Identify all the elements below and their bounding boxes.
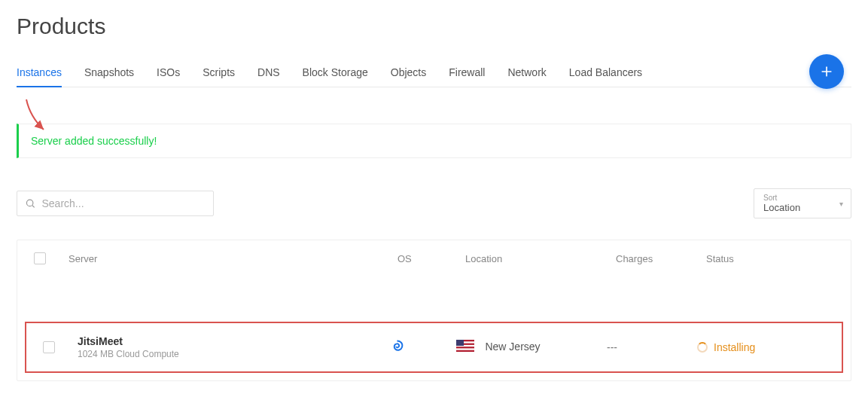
svg-line-3	[32, 206, 35, 208]
filter-row: Sort Location ▾	[17, 188, 851, 218]
svg-rect-7	[456, 347, 474, 348]
cell-location: New Jersey	[450, 340, 601, 355]
tab-dns[interactable]: DNS	[257, 59, 280, 87]
header-location: Location	[459, 253, 610, 264]
svg-point-2	[26, 200, 32, 206]
cell-os	[382, 337, 450, 357]
status-text: Installing	[714, 341, 755, 353]
table-row[interactable]: JitsiMeet 1024 MB Cloud Compute New Jers…	[25, 322, 843, 373]
location-text: New Jersey	[485, 341, 540, 353]
success-alert: Server added successfully!	[17, 124, 851, 158]
svg-rect-8	[456, 350, 474, 352]
row-checkbox[interactable]	[43, 341, 55, 353]
search-input[interactable]	[42, 197, 206, 209]
header-os: OS	[391, 253, 459, 264]
annotation-arrow-icon	[23, 98, 53, 136]
tab-load-balancers[interactable]: Load Balancers	[569, 59, 642, 87]
select-all-checkbox[interactable]	[34, 252, 46, 264]
header-status: Status	[700, 253, 851, 264]
tab-instances[interactable]: Instances	[17, 59, 62, 87]
svg-rect-9	[456, 340, 464, 346]
tabs: Instances Snapshots ISOs Scripts DNS Blo…	[17, 59, 642, 87]
chevron-down-icon: ▾	[839, 200, 843, 208]
cell-status: Installing	[691, 341, 842, 353]
tab-scripts[interactable]: Scripts	[203, 59, 235, 87]
tabs-row: Instances Snapshots ISOs Scripts DNS Blo…	[17, 59, 851, 87]
tab-snapshots[interactable]: Snapshots	[84, 59, 134, 87]
spinner-icon	[697, 342, 708, 353]
server-name: JitsiMeet	[78, 335, 376, 347]
us-flag-icon	[456, 340, 474, 355]
cell-server: JitsiMeet 1024 MB Cloud Compute	[72, 335, 382, 359]
cell-charges: ---	[601, 341, 691, 353]
header-server: Server	[62, 253, 391, 264]
header-charges: Charges	[610, 253, 700, 264]
tab-isos[interactable]: ISOs	[157, 59, 180, 87]
search-box[interactable]	[17, 191, 214, 216]
instances-table: Server OS Location Charges Status JitsiM…	[17, 240, 851, 381]
tab-network[interactable]: Network	[507, 59, 546, 87]
sort-select[interactable]: Sort Location ▾	[754, 188, 851, 218]
tab-objects[interactable]: Objects	[391, 59, 426, 87]
add-button[interactable]	[809, 54, 844, 89]
sort-label: Sort	[763, 194, 842, 202]
page-title: Products	[17, 14, 851, 39]
server-subtitle: 1024 MB Cloud Compute	[78, 349, 376, 359]
debian-icon	[388, 337, 405, 354]
tab-block-storage[interactable]: Block Storage	[303, 59, 368, 87]
plus-icon	[819, 64, 834, 79]
search-icon	[25, 197, 36, 209]
sort-value: Location	[763, 202, 842, 213]
tab-firewall[interactable]: Firewall	[449, 59, 485, 87]
table-header-row: Server OS Location Charges Status	[17, 240, 851, 276]
